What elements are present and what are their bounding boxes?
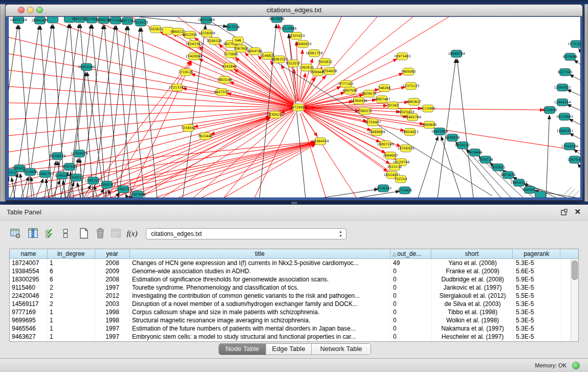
tab-node-table[interactable]: Node Table xyxy=(219,344,266,355)
table-row[interactable]: 1830029562008Estimation of significance … xyxy=(10,275,578,283)
graph-node-label: 15751074 xyxy=(568,42,580,46)
node-table[interactable]: namein_degreeyeartitle△out_de...shortpag… xyxy=(9,249,579,342)
column-header-title[interactable]: title xyxy=(130,249,390,259)
table-cell-out_de: 0 xyxy=(391,316,432,324)
graph-edge[interactable] xyxy=(107,61,191,198)
column-header-in_degree[interactable]: in_degree xyxy=(48,249,95,259)
graph-edge[interactable] xyxy=(132,143,315,198)
graph-edge[interactable] xyxy=(567,90,580,96)
graph-edge[interactable] xyxy=(9,108,292,136)
graph-edge[interactable] xyxy=(567,104,580,111)
graph-edge[interactable] xyxy=(141,28,157,198)
graph-edge[interactable] xyxy=(62,142,315,198)
graph-edge[interactable] xyxy=(80,24,93,198)
memory-ok-indicator[interactable] xyxy=(572,362,580,369)
table-row[interactable]: 1938455462009Genome-wide association stu… xyxy=(10,267,578,275)
graph-edge[interactable] xyxy=(570,134,580,139)
network-canvas[interactable]: 1405572420891406106532871527602646616010… xyxy=(8,16,581,198)
graph-edge[interactable] xyxy=(457,59,473,198)
graph-node-label: 22420046 xyxy=(185,54,202,58)
close-window-button[interactable] xyxy=(18,7,25,13)
graph-edge[interactable] xyxy=(9,70,292,106)
network-graph[interactable]: 1405572420891406106532871527602646616010… xyxy=(9,17,580,198)
panel-divider-handle[interactable] xyxy=(291,202,297,204)
graph-edge[interactable] xyxy=(36,179,43,198)
column-header-name[interactable]: name xyxy=(10,249,48,259)
graph-edge[interactable] xyxy=(574,60,580,65)
window-titlebar[interactable]: citations_edges.txt xyxy=(6,5,582,16)
scrollbar-thumb[interactable] xyxy=(572,260,578,280)
import-table-button[interactable] xyxy=(109,226,123,240)
table-row[interactable]: 946554611997Estimation of the future num… xyxy=(10,324,578,333)
graph-node-label: 10688609 xyxy=(368,130,385,134)
combo-stepper-icon[interactable]: ▲▼ xyxy=(338,230,343,238)
graph-edge[interactable] xyxy=(139,118,271,198)
column-header-pagerank[interactable]: pagerank xyxy=(513,249,560,259)
graph-edge[interactable] xyxy=(183,89,292,106)
show-columns-button[interactable] xyxy=(26,226,40,240)
graph-edge[interactable] xyxy=(125,194,127,198)
graph-edge[interactable] xyxy=(9,103,292,107)
column-header-out_de[interactable]: △out_de... xyxy=(390,249,431,259)
tab-edge-table[interactable]: Edge Table xyxy=(266,344,312,355)
table-row[interactable]: 1872400712008Changes of HCN gene express… xyxy=(10,259,578,267)
graph-edge[interactable] xyxy=(357,191,400,198)
graph-edge[interactable] xyxy=(578,164,580,168)
graph-edge[interactable] xyxy=(162,111,293,198)
graph-node-label: 6497568 xyxy=(343,89,358,93)
graph-edge[interactable] xyxy=(9,37,292,106)
table-row[interactable]: 946362711997Embryonic stem cells: a mode… xyxy=(10,333,578,341)
graph-edge[interactable] xyxy=(9,86,292,107)
function-builder-button[interactable]: f(x) xyxy=(125,226,139,240)
graph-edge[interactable] xyxy=(9,177,9,198)
minimize-window-button[interactable] xyxy=(27,7,34,13)
graph-edge[interactable] xyxy=(128,26,144,198)
row-height-button[interactable] xyxy=(58,226,73,240)
graph-edge[interactable] xyxy=(299,50,302,101)
graph-edge[interactable] xyxy=(579,49,580,52)
graph-edge[interactable] xyxy=(569,119,580,125)
graph-edge[interactable] xyxy=(68,25,91,198)
graph-edge[interactable] xyxy=(321,189,378,198)
table-options-button[interactable] xyxy=(8,226,23,240)
show-columns-icon xyxy=(27,227,39,239)
graph-node[interactable] xyxy=(48,17,58,23)
table-select[interactable]: citations_edges.txt ▲▼ xyxy=(146,228,346,239)
graph-edge[interactable] xyxy=(302,75,326,103)
delete-table-button[interactable] xyxy=(93,226,107,240)
graph-edge[interactable] xyxy=(201,144,315,198)
graph-node-label: 3175685 xyxy=(224,52,238,56)
graph-edge[interactable] xyxy=(53,180,60,198)
graph-edge[interactable] xyxy=(546,115,550,198)
graph-edge[interactable] xyxy=(12,178,15,198)
graph-edge[interactable] xyxy=(9,142,315,187)
close-panel-icon[interactable]: ✕ xyxy=(574,207,581,216)
zoom-window-button[interactable] xyxy=(36,7,43,13)
graph-edge[interactable] xyxy=(418,137,438,198)
table-cell-in_degree: 6 xyxy=(48,275,95,283)
table-cell-pagerank: 5.3E-5 xyxy=(514,308,561,316)
table-row[interactable]: 977716911998Corpus callosum shape and si… xyxy=(10,308,578,316)
table-vertical-scrollbar[interactable] xyxy=(571,259,578,341)
new-table-button[interactable] xyxy=(77,226,91,240)
graph-edge[interactable] xyxy=(155,143,315,198)
table-cell-year: 1997 xyxy=(95,324,130,333)
table-row[interactable]: 969969511998Structural magnetic resonanc… xyxy=(10,316,578,324)
graph-edge[interactable] xyxy=(80,25,103,198)
float-panel-icon[interactable] xyxy=(561,209,568,215)
table-row[interactable]: 911546021997Tourette syndrome. Phenomeno… xyxy=(10,283,578,292)
graph-edge[interactable] xyxy=(63,181,66,198)
graph-node-label: 12093832 xyxy=(554,85,571,90)
graph-edge[interactable] xyxy=(178,143,315,198)
graph-edge[interactable] xyxy=(570,75,580,80)
column-header-year[interactable]: year xyxy=(95,249,130,259)
graph-edge[interactable] xyxy=(224,144,316,198)
column-header-short[interactable]: short xyxy=(431,249,513,259)
graph-edge[interactable] xyxy=(20,173,24,198)
table-row[interactable]: 2242004622012Investigating the contribut… xyxy=(10,292,578,300)
graph-edge[interactable] xyxy=(92,25,106,198)
select-rows-button[interactable] xyxy=(43,226,57,240)
graph-node[interactable] xyxy=(535,191,546,198)
table-row[interactable]: 1456911722003Disruption of a novel membe… xyxy=(10,300,578,308)
tab-network-table[interactable]: Network Table xyxy=(312,344,371,355)
